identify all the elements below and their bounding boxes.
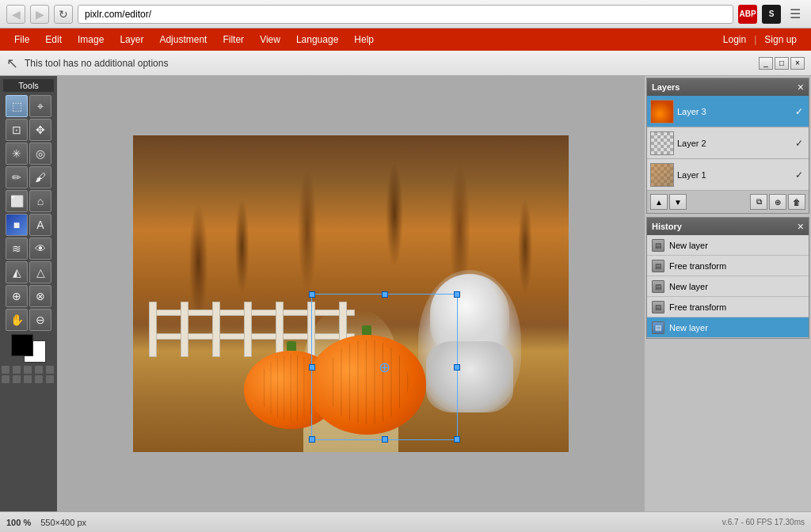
layer-move-up-button[interactable]: ▲ — [650, 194, 668, 210]
forward-button[interactable]: ▶ — [30, 5, 49, 24]
history-item-2[interactable]: ▤ Free transform — [647, 256, 809, 276]
history-panel-close[interactable]: × — [798, 220, 804, 233]
color-swatches[interactable] — [11, 334, 46, 363]
tool-row-2: ⊡ ✥ — [3, 119, 54, 141]
eraser-tool[interactable]: ⬜ — [6, 190, 28, 212]
canvas-image[interactable]: ⊕ — [133, 135, 569, 452]
back-button[interactable]: ◀ — [6, 5, 25, 24]
zoom-tool[interactable]: ⊕ — [6, 285, 28, 307]
smudge-tool[interactable]: ≋ — [6, 238, 28, 260]
tools-panel: Tools ⬚ ⌖ ⊡ ✥ ✳ ◎ ✏ 🖌 ⬜ ⌂ ■ A ≋ 👁 — [0, 76, 57, 511]
tool-row-3: ✳ ◎ — [3, 142, 54, 165]
history-label-1: New layer — [669, 241, 708, 250]
menu-view[interactable]: View — [252, 31, 288, 48]
history-label-4: Free transform — [669, 302, 726, 312]
menu-file[interactable]: File — [6, 31, 37, 48]
pumpkin-right-stem — [362, 325, 371, 335]
tool-row-1: ⬚ ⌖ — [3, 95, 54, 117]
quick-access-grid — [2, 366, 55, 383]
crop-tool[interactable]: ⊡ — [6, 119, 28, 141]
layer-3-visibility[interactable]: ✓ — [793, 105, 805, 118]
layer-2-name: Layer 2 — [677, 139, 790, 148]
maximize-button[interactable]: □ — [775, 57, 789, 70]
pumpkin-right — [307, 325, 426, 436]
canvas-container: ⊕ — [133, 135, 569, 452]
rect-shape-tool[interactable]: ■ — [6, 214, 28, 236]
color-swatches-area — [3, 334, 54, 385]
tool-row-7: ≋ 👁 — [3, 238, 54, 260]
menu-filter[interactable]: Filter — [215, 31, 252, 48]
burn-tool[interactable]: △ — [29, 261, 51, 283]
lasso-tool[interactable]: ⌖ — [29, 95, 51, 117]
zoom2-tool[interactable]: ⊖ — [29, 309, 51, 331]
zoom-level: 100 % — [6, 518, 31, 527]
menu-layer[interactable]: Layer — [112, 31, 151, 48]
tool-row-5: ⬜ ⌂ — [3, 190, 54, 212]
options-toolbar: ↖ This tool has no additional options _ … — [0, 51, 811, 76]
menu-edit[interactable]: Edit — [37, 31, 70, 48]
minimize-button[interactable]: _ — [759, 57, 773, 70]
gradient-tool[interactable]: ◭ — [6, 261, 28, 283]
close-button[interactable]: × — [790, 57, 805, 70]
pumpkin-left-stem — [287, 341, 296, 351]
blur-tool[interactable]: ⊗ — [29, 285, 51, 307]
pencil-tool[interactable]: ✏ — [6, 166, 28, 188]
layer-item-1[interactable]: Layer 1 ✓ — [647, 159, 809, 191]
main-layout: Tools ⬚ ⌖ ⊡ ✥ ✳ ◎ ✏ 🖌 ⬜ ⌂ ■ A ≋ 👁 — [0, 76, 811, 511]
hand-tool[interactable]: ✋ — [6, 309, 28, 331]
layers-toolbar-left: ▲ ▼ — [650, 194, 687, 210]
menu-help[interactable]: Help — [346, 31, 382, 48]
clone-tool[interactable]: ⌂ — [29, 190, 51, 212]
abp-addon[interactable]: ABP — [738, 5, 757, 24]
layer-2-visibility[interactable]: ✓ — [793, 137, 805, 150]
layer-1-visibility[interactable]: ✓ — [793, 169, 805, 181]
move-tool[interactable]: ✥ — [29, 119, 51, 141]
menu-language[interactable]: Language — [288, 31, 346, 48]
canvas-area[interactable]: ⊕ — [57, 76, 645, 511]
history-icon-3: ▤ — [652, 280, 664, 293]
text-tool[interactable]: A — [29, 214, 51, 236]
menu-adjustment[interactable]: Adjustment — [151, 31, 215, 48]
image-dog — [418, 270, 521, 412]
history-item-3[interactable]: ▤ New layer — [647, 276, 809, 297]
history-item-1[interactable]: ▤ New layer — [647, 235, 809, 256]
tool-row-9: ⊕ ⊗ — [3, 285, 54, 307]
right-panels: Layers × Layer 3 ✓ Layer 2 ✓ — [645, 76, 811, 511]
fence-post-1 — [149, 302, 157, 357]
spot-heal-tool[interactable]: ◎ — [29, 142, 51, 165]
menu-image[interactable]: Image — [70, 31, 112, 48]
version-info: v.6.7 - 60 FPS 17.30ms — [722, 518, 805, 526]
layer-merge-button[interactable]: ⊕ — [769, 194, 786, 210]
magic-wand-tool[interactable]: ✳ — [6, 142, 28, 165]
history-item-5[interactable]: ▤ New layer — [647, 317, 809, 338]
layers-panel-close[interactable]: × — [798, 81, 804, 93]
layer-move-down-button[interactable]: ▼ — [669, 194, 687, 210]
layer-3-name: Layer 3 — [677, 107, 790, 116]
tool-row-6: ■ A — [3, 214, 54, 236]
history-panel: History × ▤ New layer ▤ Free transform ▤… — [646, 217, 809, 339]
tool-row-10: ✋ ⊖ — [3, 309, 54, 331]
layer-item-3[interactable]: Layer 3 ✓ — [647, 96, 809, 127]
refresh-button[interactable]: ↻ — [54, 5, 73, 24]
history-item-4[interactable]: ▤ Free transform — [647, 297, 809, 317]
s-addon[interactable]: S — [762, 5, 781, 24]
signup-button[interactable]: Sign up — [756, 31, 805, 48]
eye-tool[interactable]: 👁 — [29, 238, 51, 260]
layer-delete-button[interactable]: 🗑 — [788, 194, 805, 210]
tool-row-8: ◭ △ — [3, 261, 54, 283]
history-icon-2: ▤ — [652, 260, 664, 272]
app-menu-bar: File Edit Image Layer Adjustment Filter … — [0, 28, 811, 51]
brush-tool[interactable]: 🖌 — [29, 166, 51, 188]
tool-row-4: ✏ 🖌 — [3, 166, 54, 188]
layer-duplicate-button[interactable]: ⧉ — [750, 194, 767, 210]
login-button[interactable]: Login — [715, 31, 754, 48]
status-bar: 100 % 550×400 px v.6.7 - 60 FPS 17.30ms — [0, 511, 811, 532]
layers-panel-header: Layers × — [647, 78, 809, 96]
layer-item-2[interactable]: Layer 2 ✓ — [647, 127, 809, 159]
history-panel-header: History × — [647, 218, 809, 235]
url-bar[interactable] — [78, 5, 733, 24]
browser-menu-button[interactable]: ☰ — [786, 5, 805, 24]
foreground-color-swatch[interactable] — [11, 334, 33, 356]
pumpkin-right-body — [307, 335, 426, 435]
select-tool[interactable]: ⬚ — [6, 95, 28, 117]
